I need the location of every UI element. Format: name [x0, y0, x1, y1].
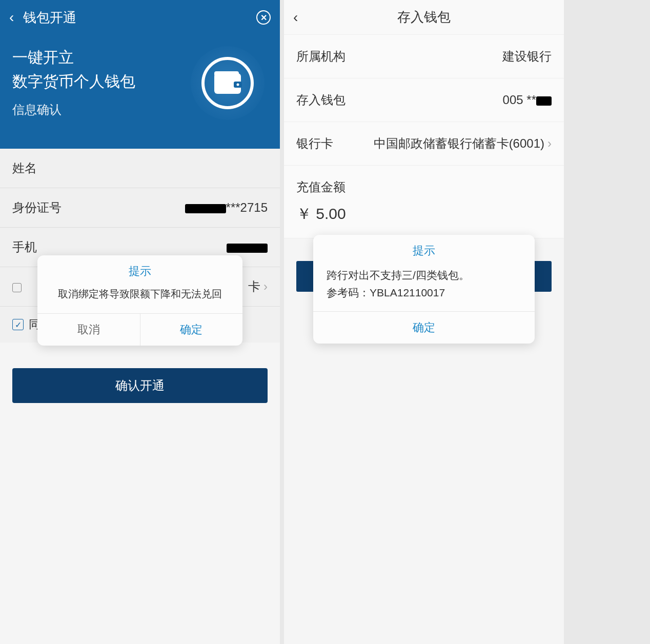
- card-row[interactable]: 银行卡 中国邮政储蓄银行储蓄卡(6001)›: [284, 122, 564, 166]
- card-value: 中国邮政储蓄银行储蓄卡(6001)›: [374, 135, 552, 152]
- cancel-button[interactable]: 取消: [37, 314, 140, 346]
- header-bar: ‹ 存入钱包: [284, 0, 564, 35]
- chevron-right-icon: ›: [547, 136, 552, 150]
- wallet-open-screen: ‹ 钱包开通 ✕ 一键开立 数字货币个人钱包 信息确认 姓名 身份证号 ***2…: [0, 0, 280, 644]
- ok-button[interactable]: 确定: [313, 311, 535, 344]
- id-label: 身份证号: [12, 199, 62, 216]
- card-label: [12, 279, 26, 294]
- id-value: ***2715: [185, 200, 268, 215]
- header-bar: ‹ 钱包开通 ✕: [0, 0, 280, 35]
- org-label: 所属机构: [296, 48, 346, 65]
- checkbox-icon[interactable]: ✓: [12, 319, 24, 330]
- amount-label: 充值金额: [284, 166, 564, 200]
- svg-point-3: [237, 84, 239, 86]
- phone-value: [227, 240, 268, 254]
- chevron-right-icon: ›: [263, 279, 268, 293]
- modal-title: 提示: [313, 235, 535, 265]
- unbind-warning-modal: 提示 取消绑定将导致限额下降和无法兑回 取消 确定: [37, 255, 242, 346]
- deposit-screen: ‹ 存入钱包 所属机构 建设银行 存入钱包 005 ** 银行卡 中国邮政储蓄银…: [284, 0, 564, 644]
- svg-rect-1: [214, 71, 239, 76]
- wallet-value: 005 **: [503, 93, 552, 107]
- id-field[interactable]: 身份证号 ***2715: [0, 188, 280, 228]
- page-title: 钱包开通: [23, 9, 256, 27]
- page-title: 存入钱包: [397, 8, 451, 26]
- card-label: 银行卡: [296, 135, 333, 152]
- modal-message: 取消绑定将导致限额下降和无法兑回: [37, 285, 242, 313]
- modal-line2: 参考码：YBLA12110017: [327, 284, 521, 301]
- ok-button[interactable]: 确定: [140, 314, 243, 346]
- wallet-illustration: [191, 46, 265, 120]
- back-icon[interactable]: ‹: [293, 9, 298, 26]
- modal-message: 跨行对出不支持三/四类钱包。 参考码：YBLA12110017: [313, 265, 535, 311]
- modal-title: 提示: [37, 255, 242, 285]
- back-icon[interactable]: ‹: [9, 9, 14, 26]
- confirm-open-button[interactable]: 确认开通: [12, 368, 268, 403]
- org-row: 所属机构 建设银行: [284, 35, 564, 78]
- card-value: 卡›: [248, 278, 268, 295]
- hero-section: 一键开立 数字货币个人钱包 信息确认: [0, 35, 280, 149]
- phone-label: 手机: [12, 239, 37, 255]
- wallet-icon: [213, 70, 242, 96]
- name-label: 姓名: [12, 160, 37, 176]
- wallet-row[interactable]: 存入钱包 005 **: [284, 78, 564, 122]
- modal-line1: 跨行对出不支持三/四类钱包。: [327, 267, 521, 284]
- wallet-label: 存入钱包: [296, 92, 346, 108]
- org-value: 建设银行: [502, 48, 552, 65]
- close-icon[interactable]: ✕: [256, 10, 271, 25]
- amount-value: ￥ 5.00: [284, 200, 564, 238]
- error-modal: 提示 跨行对出不支持三/四类钱包。 参考码：YBLA12110017 确定: [313, 235, 535, 344]
- name-field[interactable]: 姓名: [0, 149, 280, 188]
